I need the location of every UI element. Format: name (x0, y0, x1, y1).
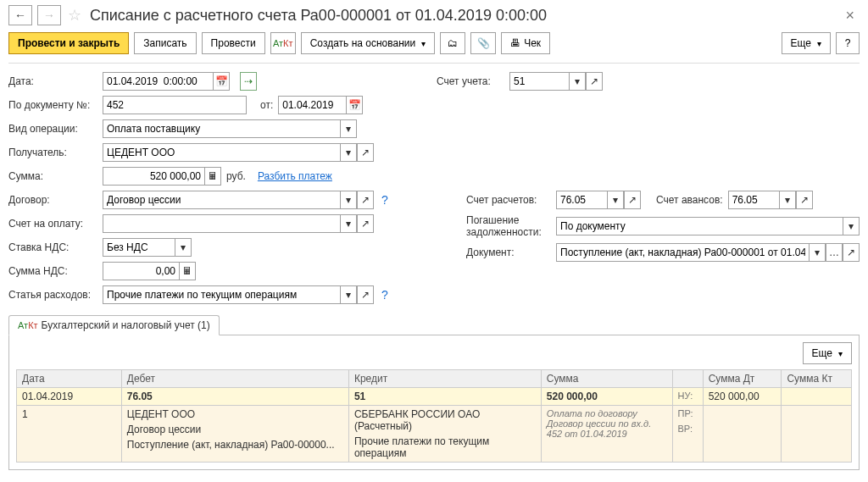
payee-open-button[interactable]: ↗ (357, 143, 374, 162)
adv-acc-label: Счет авансов: (656, 194, 723, 206)
date-open-button[interactable]: ⇢ (240, 72, 257, 91)
help-button[interactable]: ? (836, 32, 860, 54)
open-icon: ↗ (800, 194, 809, 206)
optype-drop-button[interactable]: ▾ (340, 119, 357, 138)
calculator-icon: 🖩 (208, 170, 218, 182)
cell-debit-detail: ЦЕДЕНТ ООО Договор цессии Поступление (а… (121, 406, 348, 463)
cheque-button[interactable]: 🖶Чек (501, 32, 550, 54)
tab-accounting[interactable]: АтКт Бухгалтерский и налоговый учет (1) (8, 315, 220, 335)
docnum-input[interactable] (103, 96, 247, 114)
adv-acc-input[interactable] (728, 191, 779, 209)
chevron-down-icon: ▾ (785, 194, 790, 206)
invoice-input[interactable] (103, 214, 340, 233)
table-row[interactable]: 01.04.2019 76.05 51 520 000,00 НУ: 520 0… (17, 388, 852, 406)
calc-acc-drop-button[interactable]: ▾ (607, 191, 624, 209)
paperclip-icon: 📎 (477, 37, 490, 49)
adv-acc-drop-button[interactable]: ▾ (779, 191, 796, 209)
invoice-open-button[interactable]: ↗ (357, 214, 374, 233)
vat-sum-input[interactable] (103, 262, 179, 280)
close-button[interactable]: × (840, 7, 860, 25)
contract-open-button[interactable]: ↗ (357, 191, 374, 209)
date-calendar-button[interactable]: 📅 (213, 72, 230, 91)
account-label: Счет учета: (437, 75, 504, 87)
save-button[interactable]: Записать (134, 32, 196, 54)
chevron-down-icon: ▾ (346, 147, 351, 158)
document-drop-button[interactable]: ▾ (809, 243, 826, 262)
post-and-close-button[interactable]: Провести и закрыть (8, 32, 129, 54)
payee-label: Получатель: (8, 147, 97, 158)
dt-kt-icon: АтКт (273, 37, 293, 49)
vat-rate-input[interactable] (103, 238, 175, 257)
account-open-button[interactable]: ↗ (586, 72, 603, 91)
adv-acc-open-button[interactable]: ↗ (796, 191, 813, 209)
page-title: Списание с расчетного счета Ра00-000001 … (90, 7, 835, 25)
chevron-down-icon: ▾ (181, 241, 186, 253)
contract-label: Договор: (8, 194, 97, 206)
favorite-star-icon[interactable]: ☆ (68, 6, 81, 25)
expense-help[interactable]: ? (381, 288, 388, 302)
invoice-label: Счет на оплату: (8, 218, 97, 230)
expense-drop-button[interactable]: ▾ (340, 285, 357, 304)
sum-calc-button[interactable]: 🖩 (204, 167, 221, 186)
contract-help[interactable]: ? (381, 193, 388, 207)
table-row[interactable]: 1 ЦЕДЕНТ ООО Договор цессии Поступление … (17, 406, 852, 463)
date-label: Дата: (8, 75, 97, 87)
contract-input[interactable] (103, 191, 340, 209)
chevron-down-icon: ▾ (815, 247, 820, 258)
sum-input[interactable] (103, 167, 204, 186)
payee-drop-button[interactable]: ▾ (340, 143, 357, 162)
back-button[interactable]: ← (8, 5, 32, 25)
from-date-calendar-button[interactable]: 📅 (346, 96, 363, 114)
tree-icon: 🗂 (448, 37, 458, 49)
postings-more-button[interactable]: Еще (803, 342, 852, 364)
account-drop-button[interactable]: ▾ (569, 72, 586, 91)
dt-kt-icon: АтКт (18, 319, 38, 331)
cell-sum: 520 000,00 (541, 388, 672, 406)
split-payment-link[interactable]: Разбить платеж (258, 170, 332, 182)
col-credit: Кредит (348, 370, 541, 388)
optype-input[interactable] (103, 119, 340, 138)
cell-sum-dt: 520 000,00 (703, 388, 782, 406)
date-input[interactable] (103, 72, 213, 91)
col-date: Дата (17, 370, 122, 388)
sum-label: Сумма: (8, 170, 97, 182)
post-button[interactable]: Провести (202, 32, 265, 54)
arrow-right-icon: → (43, 8, 55, 22)
debt-input[interactable] (556, 217, 843, 235)
chevron-down-icon: ▾ (346, 194, 351, 206)
col-debit: Дебет (121, 370, 348, 388)
forward-button[interactable]: → (37, 5, 61, 25)
account-input[interactable] (509, 72, 569, 91)
document-input[interactable] (556, 243, 809, 262)
debt-drop-button[interactable]: ▾ (843, 217, 860, 235)
printer-icon: 🖶 (510, 37, 520, 49)
document-label: Документ: (466, 247, 551, 258)
more-button[interactable]: Еще (782, 32, 831, 54)
cell-sum-detail: Оплата по договору Договор цессии по вх.… (541, 406, 672, 463)
create-based-on-button[interactable]: Создать на основании (301, 32, 436, 54)
calc-acc-open-button[interactable]: ↗ (624, 191, 641, 209)
currency-label: руб. (226, 170, 246, 182)
vat-sum-label: Сумма НДС: (8, 265, 97, 277)
dt-kt-button[interactable]: АтКт (270, 32, 296, 54)
vat-rate-drop-button[interactable]: ▾ (175, 238, 192, 257)
expense-open-button[interactable]: ↗ (357, 285, 374, 304)
payee-input[interactable] (103, 143, 340, 162)
contract-drop-button[interactable]: ▾ (340, 191, 357, 209)
chevron-down-icon: ▾ (613, 194, 618, 206)
arrow-left-icon: ← (14, 8, 26, 22)
invoice-drop-button[interactable]: ▾ (340, 214, 357, 233)
attach-button[interactable]: 📎 (470, 32, 496, 54)
ellipsis-icon: … (829, 247, 839, 258)
document-open-button[interactable]: ↗ (843, 243, 860, 262)
vat-sum-calc-button[interactable]: 🖩 (179, 262, 196, 280)
expense-input[interactable] (103, 285, 340, 304)
calc-acc-input[interactable] (556, 191, 607, 209)
chevron-down-icon: ▾ (849, 220, 854, 232)
cell-nu: НУ: (672, 388, 703, 406)
document-more-button[interactable]: … (826, 243, 843, 262)
from-date-input[interactable] (278, 96, 346, 114)
docnum-label: По документу №: (8, 99, 97, 111)
structure-button[interactable]: 🗂 (440, 32, 465, 54)
open-icon: ↗ (847, 247, 855, 258)
